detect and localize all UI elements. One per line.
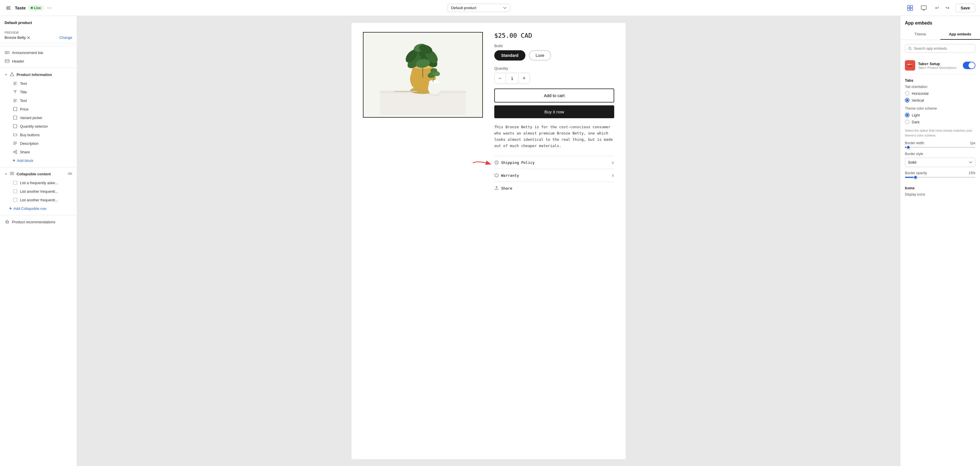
sidebar-item-description[interactable]: Description [0,139,77,148]
separator-2 [0,68,77,68]
border-style-select[interactable]: Solid Dashed Dotted [905,157,975,167]
svg-rect-5 [907,8,910,11]
grid-icon-button[interactable] [905,3,915,13]
quantity-icon [13,124,18,129]
search-app-embeds[interactable] [905,44,975,53]
sidebar-item-collapsible-3[interactable]: List another frequentl... [0,196,77,204]
sidebar-item-announcement[interactable]: Announcement bar [0,48,77,57]
shipping-policy-row[interactable]: Shipping Policy ∨ [494,156,614,169]
sidebar-item-variant[interactable]: Variant picker [0,113,77,122]
panel-content: Tabs+ Setup Tabs+ Product Descriptions T… [900,44,980,204]
recommendations-icon [5,219,10,224]
quantity-value: 1 [506,74,519,83]
svg-rect-8 [5,51,9,54]
redo-button[interactable]: ↪ [943,3,952,13]
change-link[interactable]: Change [59,35,72,40]
sidebar-item-collapsible-1[interactable]: List a frequently aske... [0,178,77,187]
sidebar-item-header[interactable]: Header [0,57,77,65]
add-row-label: Add Collapsible row [13,207,46,211]
title-icon [13,89,18,94]
tab-theme[interactable]: Theme [900,29,940,40]
radio-vertical [905,98,910,102]
border-width-track[interactable] [905,147,975,148]
orientation-horizontal[interactable]: Horizontal [905,91,975,95]
sidebar-item-collapsible-2[interactable]: List another frequentl... [0,187,77,196]
quantity-increase-button[interactable]: + [519,73,530,84]
add-block-button[interactable]: + Add block [0,156,77,165]
more-menu-button[interactable]: ··· [46,4,52,12]
preview-section: PREVIEW Bronze Betty Change [0,28,77,43]
light-label: Light [912,113,920,118]
panel-title: App embeds [905,21,975,26]
back-icon[interactable] [5,4,13,12]
collapsible-child-icon-2 [13,189,18,194]
vertical-label: Vertical [912,98,924,102]
build-luxe-button[interactable]: Luxe [529,50,551,60]
price-icon [13,107,18,111]
collapsible-child-icon-1 [13,180,18,185]
svg-rect-9 [5,60,9,62]
add-to-cart-button[interactable]: Add to cart [494,89,614,102]
title-label: Title [20,90,27,94]
text-lines-icon-1 [13,81,18,86]
sidebar-item-quantity[interactable]: Quantity selector [0,122,77,130]
svg-rect-13 [13,124,17,128]
svg-rect-6 [910,8,913,11]
desktop-icon-button[interactable] [919,3,929,13]
sidebar-item-price[interactable]: Price [0,105,77,113]
sidebar-item-product-recommendations[interactable]: Product recommendations [0,218,77,226]
sidebar-item-share[interactable]: Share [0,148,77,156]
radio-dark [905,120,910,124]
svg-rect-7 [921,6,926,10]
product-page: $25.00 CAD Build Standard Luxe Quantity … [352,23,626,204]
embed-toggle[interactable] [963,62,975,69]
orientation-vertical[interactable]: Vertical [905,98,975,102]
sidebar-page-title: Default product [0,21,77,28]
panel-tabs: Theme App embeds [900,29,980,40]
border-width-thumb[interactable] [906,145,910,150]
color-dark[interactable]: Dark [905,120,975,124]
embed-title: Tabs+ Setup [918,62,960,66]
share-row[interactable]: Share [494,181,614,194]
sidebar-item-text-1[interactable]: Text [0,79,77,87]
sidebar-item-text-2[interactable]: Text [0,96,77,105]
add-collapsible-row-button[interactable]: + Add Collapsible row [0,204,77,213]
warranty-row[interactable]: Warranty ∨ [494,169,614,181]
border-width-value: 1px [970,141,975,145]
product-description: This Bronze Betty is for the cost-consci… [494,124,614,149]
search-input[interactable] [914,46,972,51]
display-icons-label: Display icons [905,192,975,196]
variant-label: Variant picker [20,116,43,120]
buy-buttons-label: Buy buttons [20,133,40,137]
tab-app-embeds[interactable]: App embeds [940,29,980,40]
device-selector[interactable]: Default product [447,4,510,12]
svg-rect-23 [380,92,466,115]
collapsible-visibility-icon[interactable] [68,171,72,177]
undo-button[interactable]: ↩ [932,3,942,13]
border-opacity-track[interactable] [905,177,975,178]
sidebar-group-collapsible[interactable]: ▼ Collapsible content [0,170,77,178]
text-2-label: Text [20,99,27,103]
border-opacity-thumb[interactable] [913,175,918,179]
save-button[interactable]: Save [955,4,975,12]
sidebar-item-title[interactable]: Title [0,87,77,96]
buy-now-button[interactable]: Buy it now [494,105,614,118]
sidebar-group-product-info[interactable]: ▼ Product information [0,70,77,79]
svg-marker-22 [5,220,9,223]
buy-icon [13,132,18,137]
quantity-decrease-button[interactable]: − [495,73,506,84]
build-standard-button[interactable]: Standard [494,50,525,60]
warranty-label: Warranty [494,173,519,178]
border-style-label: Border style [905,152,923,156]
svg-point-16 [13,151,14,153]
color-light[interactable]: Light [905,113,975,118]
shipping-text: Shipping Policy [501,161,535,165]
svg-point-17 [16,153,17,154]
embed-subtitle: Tabs+ Product Descriptions [918,66,960,69]
add-block-icon: + [13,158,15,163]
separator-1 [0,46,77,46]
sidebar-item-buy-buttons[interactable]: Buy buttons [0,130,77,139]
svg-rect-19 [13,181,17,184]
build-label: Build [494,44,614,48]
collapsible-child-3-label: List another frequentl... [20,198,58,202]
